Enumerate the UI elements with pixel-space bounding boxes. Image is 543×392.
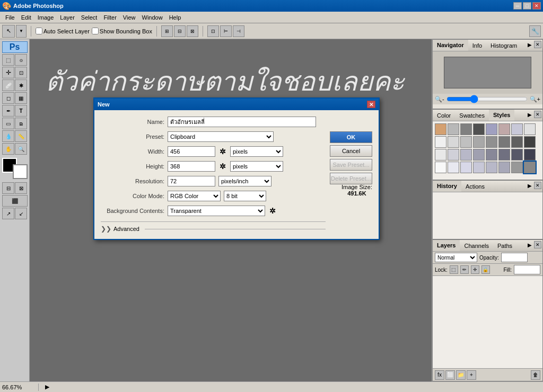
layers-panel-close[interactable]: ✕ [534, 241, 541, 248]
move-tool[interactable]: ✛ [2, 67, 14, 78]
style-swatch-16[interactable] [435, 149, 446, 161]
style-swatch-21[interactable] [498, 149, 510, 161]
zoom-slider[interactable] [446, 95, 528, 103]
style-swatch-4[interactable] [486, 123, 497, 135]
style-swatch-7[interactable] [524, 123, 536, 135]
menu-layer[interactable]: Layer [57, 13, 78, 22]
align-left-icon[interactable]: ⊞ [161, 25, 173, 37]
rect-select-tool[interactable]: ⬚ [2, 54, 14, 66]
style-swatch-8[interactable] [435, 136, 446, 148]
style-swatch-27[interactable] [473, 162, 485, 173]
color-panel-close[interactable]: ✕ [534, 111, 541, 118]
menu-image[interactable]: Image [34, 13, 57, 22]
height-unit-select[interactable]: pixels [230, 161, 283, 172]
standard-mode[interactable]: ⊟ [2, 182, 14, 194]
advanced-arrow-icon[interactable]: ❯❯ [101, 225, 111, 233]
background-color[interactable] [13, 164, 28, 179]
style-swatch-1[interactable] [448, 123, 459, 135]
crop-tool[interactable]: ⊡ [15, 67, 27, 78]
zoom-in-icon[interactable]: 🔍+ [530, 96, 540, 103]
tab-swatches[interactable]: Swatches [455, 110, 489, 121]
lock-pixels-icon[interactable]: ✏ [460, 265, 469, 274]
add-mask-button[interactable]: ⬜ [445, 370, 455, 380]
style-swatch-2[interactable] [460, 123, 472, 135]
close-button[interactable]: ✕ [532, 2, 541, 10]
delete-layer-button[interactable]: 🗑 [531, 370, 540, 380]
menu-help[interactable]: Help [166, 13, 185, 22]
new-group-button[interactable]: 📁 [456, 370, 466, 380]
layers-panel-arrow[interactable]: ▶ [528, 242, 532, 248]
resolution-input[interactable] [168, 176, 215, 186]
style-swatch-5[interactable] [498, 123, 510, 135]
menu-edit[interactable]: Edit [18, 13, 34, 22]
bit-depth-select[interactable]: 8 bit [224, 191, 266, 201]
tab-layers[interactable]: Layers [433, 240, 460, 251]
shape-tool[interactable]: ▭ [2, 118, 14, 129]
style-swatch-6[interactable] [511, 123, 523, 135]
status-arrow-icon[interactable]: ▶ [43, 383, 51, 391]
tool-arrow-icon[interactable]: ▼ [16, 25, 27, 38]
gradient-tool[interactable]: ▦ [15, 92, 27, 104]
menu-select[interactable]: Select [78, 13, 101, 22]
restore-button[interactable]: □ [523, 2, 531, 10]
text-tool[interactable]: T [15, 105, 27, 117]
navigator-panel-arrow[interactable]: ▶ [528, 42, 532, 48]
blend-mode-select[interactable]: Normal [435, 253, 477, 262]
navigator-panel-close[interactable]: ✕ [534, 41, 541, 48]
pen-tool[interactable]: ✒ [2, 105, 14, 117]
move-tool-icon[interactable]: ↖ [2, 25, 15, 38]
tab-histogram[interactable]: Histogram [486, 40, 521, 51]
advanced-label[interactable]: Advanced [113, 226, 139, 232]
tab-paths[interactable]: Paths [493, 240, 516, 251]
tab-history[interactable]: History [433, 181, 461, 192]
quickmask-mode[interactable]: ⊠ [15, 182, 27, 194]
tool-extra-2[interactable]: ↙ [15, 208, 27, 219]
lock-move-icon[interactable]: ✛ [471, 265, 479, 274]
height-input[interactable] [168, 161, 215, 172]
menu-window[interactable]: Window [139, 13, 166, 22]
style-swatch-20[interactable] [486, 149, 497, 161]
zoom-out-icon[interactable]: 🔍- [435, 96, 444, 103]
width-unit-select[interactable]: pixels [230, 146, 283, 157]
history-panel-arrow[interactable]: ▶ [528, 183, 532, 189]
fill-input[interactable] [514, 265, 540, 274]
style-swatch-23[interactable] [524, 149, 536, 161]
style-swatch-10[interactable] [460, 136, 472, 148]
zoom-tool[interactable]: 🔍 [15, 143, 27, 155]
stamp-tool[interactable]: ✱ [15, 79, 27, 91]
menu-view[interactable]: View [120, 13, 139, 22]
tab-channels[interactable]: Channels [460, 240, 493, 251]
color-mode-select[interactable]: RGB Color [168, 191, 221, 201]
tab-color[interactable]: Color [433, 110, 455, 121]
style-swatch-26[interactable] [460, 162, 472, 173]
auto-select-layer-checkbox[interactable]: Auto Select Layer [36, 28, 90, 34]
delete-preset-button[interactable]: Delete Preset... [330, 173, 372, 184]
ok-button[interactable]: OK [330, 131, 372, 143]
options-icon[interactable]: 🔧 [529, 25, 541, 37]
eraser-tool[interactable]: ◻ [2, 92, 14, 104]
style-swatch-25[interactable] [448, 162, 459, 173]
style-swatch-14[interactable] [511, 136, 523, 148]
color-panel-arrow[interactable]: ▶ [528, 112, 532, 118]
history-panel-close[interactable]: ✕ [534, 182, 541, 189]
menu-file[interactable]: File [2, 13, 18, 22]
lock-transparent-icon[interactable]: ⬚ [450, 265, 458, 274]
style-swatch-29[interactable] [498, 162, 510, 173]
auto-select-input[interactable] [36, 28, 42, 34]
style-swatch-30[interactable] [511, 162, 523, 173]
style-swatch-19[interactable] [473, 149, 485, 161]
style-swatch-15[interactable] [524, 136, 536, 148]
preset-select[interactable]: Clipboard [168, 131, 274, 142]
minimize-button[interactable]: ─ [513, 2, 522, 10]
distribute-h-icon[interactable]: ⊡ [207, 25, 219, 37]
style-swatch-11[interactable] [473, 136, 485, 148]
new-layer-button[interactable]: + [467, 370, 476, 380]
style-swatch-24[interactable] [435, 162, 446, 173]
opacity-input[interactable] [501, 253, 528, 262]
align-right-icon[interactable]: ⊠ [187, 25, 198, 37]
style-swatch-0[interactable] [435, 123, 446, 135]
measure-tool[interactable]: 📏 [15, 130, 27, 142]
eyedropper-tool[interactable]: 💧 [2, 130, 14, 142]
style-swatch-3[interactable] [473, 123, 485, 135]
style-swatch-22[interactable] [511, 149, 523, 161]
